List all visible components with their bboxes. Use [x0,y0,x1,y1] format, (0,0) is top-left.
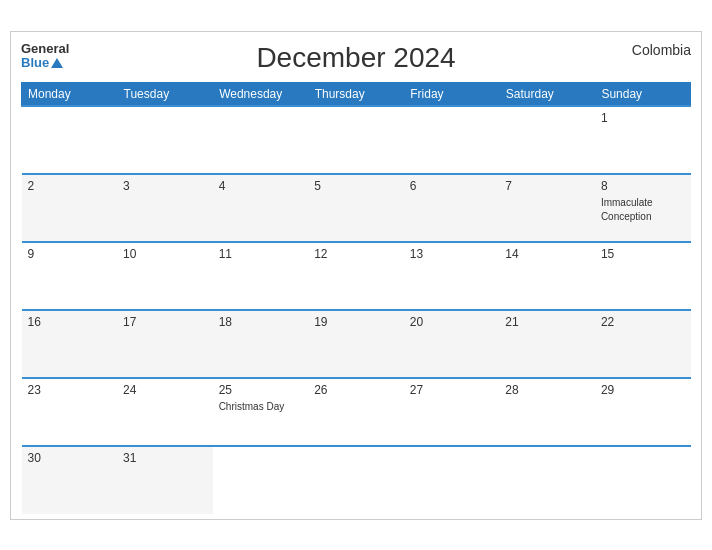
calendar-cell: 5 [308,174,404,242]
calendar-cell: 13 [404,242,500,310]
calendar-row-2: 2345678Immaculate Conception [22,174,691,242]
calendar-cell: 11 [213,242,309,310]
calendar-cell [213,106,309,174]
logo-general-text: General [21,42,69,56]
calendar-cell [308,106,404,174]
calendar-cell: 16 [22,310,118,378]
calendar-container: General Blue December 2024 Colombia Mond… [10,31,702,520]
day-number: 1 [601,111,685,125]
calendar-cell [117,106,213,174]
calendar-cell: 21 [499,310,595,378]
calendar-cell [499,446,595,514]
calendar-cell: 29 [595,378,691,446]
day-number: 18 [219,315,303,329]
weekday-header-saturday: Saturday [499,82,595,106]
calendar-cell [308,446,404,514]
calendar-cell [499,106,595,174]
weekday-header-wednesday: Wednesday [213,82,309,106]
calendar-cell: 31 [117,446,213,514]
calendar-cell: 17 [117,310,213,378]
day-number: 30 [28,451,112,465]
calendar-row-3: 9101112131415 [22,242,691,310]
weekday-header-friday: Friday [404,82,500,106]
logo-blue-text: Blue [21,56,49,70]
calendar-row-5: 232425Christmas Day26272829 [22,378,691,446]
calendar-cell: 25Christmas Day [213,378,309,446]
day-number: 22 [601,315,685,329]
calendar-cell: 19 [308,310,404,378]
day-number: 11 [219,247,303,261]
day-number: 25 [219,383,303,397]
weekday-header-sunday: Sunday [595,82,691,106]
day-number: 4 [219,179,303,193]
calendar-cell: 22 [595,310,691,378]
calendar-cell: 27 [404,378,500,446]
day-number: 24 [123,383,207,397]
calendar-cell: 28 [499,378,595,446]
day-number: 31 [123,451,207,465]
calendar-cell: 23 [22,378,118,446]
calendar-cell [404,106,500,174]
calendar-cell: 18 [213,310,309,378]
calendar-cell: 4 [213,174,309,242]
calendar-cell: 10 [117,242,213,310]
calendar-cell: 14 [499,242,595,310]
logo: General Blue [21,42,69,71]
calendar-row-1: 1 [22,106,691,174]
day-number: 14 [505,247,589,261]
day-number: 6 [410,179,494,193]
day-number: 20 [410,315,494,329]
weekday-header-row: MondayTuesdayWednesdayThursdayFridaySatu… [22,82,691,106]
calendar-cell: 12 [308,242,404,310]
calendar-cell [595,446,691,514]
event-text: Immaculate Conception [601,197,653,222]
calendar-cell: 8Immaculate Conception [595,174,691,242]
calendar-cell: 3 [117,174,213,242]
day-number: 21 [505,315,589,329]
calendar-title: December 2024 [256,42,455,74]
calendar-cell: 24 [117,378,213,446]
calendar-cell [404,446,500,514]
day-number: 13 [410,247,494,261]
weekday-header-tuesday: Tuesday [117,82,213,106]
calendar-cell: 7 [499,174,595,242]
event-text: Christmas Day [219,401,285,412]
day-number: 28 [505,383,589,397]
calendar-cell: 15 [595,242,691,310]
day-number: 16 [28,315,112,329]
day-number: 19 [314,315,398,329]
day-number: 10 [123,247,207,261]
day-number: 5 [314,179,398,193]
calendar-cell [22,106,118,174]
day-number: 2 [28,179,112,193]
day-number: 8 [601,179,685,193]
weekday-header-thursday: Thursday [308,82,404,106]
calendar-cell: 20 [404,310,500,378]
calendar-cell: 1 [595,106,691,174]
day-number: 15 [601,247,685,261]
weekday-header-monday: Monday [22,82,118,106]
calendar-header: General Blue December 2024 Colombia [21,42,691,74]
day-number: 17 [123,315,207,329]
day-number: 3 [123,179,207,193]
day-number: 27 [410,383,494,397]
calendar-cell: 26 [308,378,404,446]
day-number: 12 [314,247,398,261]
calendar-row-4: 16171819202122 [22,310,691,378]
day-number: 7 [505,179,589,193]
day-number: 9 [28,247,112,261]
calendar-cell: 30 [22,446,118,514]
calendar-cell: 2 [22,174,118,242]
calendar-table: MondayTuesdayWednesdayThursdayFridaySatu… [21,82,691,514]
calendar-cell: 9 [22,242,118,310]
day-number: 23 [28,383,112,397]
country-label: Colombia [632,42,691,58]
logo-triangle-icon [51,58,63,68]
calendar-cell [213,446,309,514]
day-number: 26 [314,383,398,397]
day-number: 29 [601,383,685,397]
calendar-row-6: 3031 [22,446,691,514]
calendar-cell: 6 [404,174,500,242]
